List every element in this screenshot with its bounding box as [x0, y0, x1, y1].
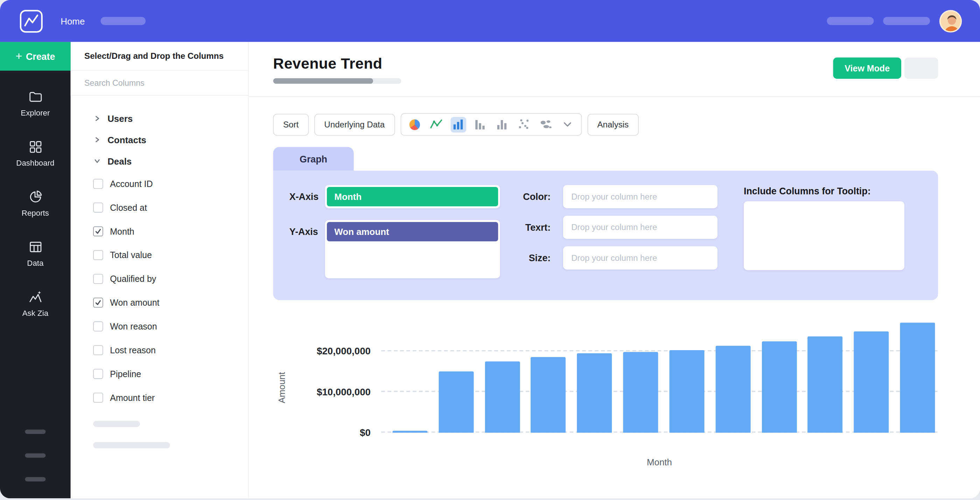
color-dropzone[interactable]	[563, 185, 718, 209]
tree-field-label: Won amount	[110, 298, 159, 308]
tree-field-label: Total value	[110, 250, 152, 260]
nav-right-placeholder-2	[883, 17, 930, 25]
tree-field[interactable]: Total value	[71, 244, 248, 267]
search-columns-input[interactable]	[71, 71, 248, 96]
scatter-icon[interactable]	[516, 116, 531, 132]
tree-group-contacts[interactable]: Contacts	[71, 129, 248, 151]
chart-bar[interactable]	[762, 341, 797, 433]
checkbox-unchecked[interactable]	[93, 250, 103, 260]
topbar: Home	[0, 0, 980, 42]
text-dropzone[interactable]	[563, 216, 718, 239]
tooltip-columns-dropzone[interactable]	[744, 201, 904, 270]
chevron-right-icon[interactable]	[94, 114, 101, 124]
chart-bar[interactable]	[669, 350, 704, 433]
sort-button[interactable]: Sort	[273, 113, 309, 135]
checkbox-unchecked[interactable]	[93, 179, 103, 189]
chart-bar[interactable]	[439, 371, 474, 433]
main-area: Revenue Trend View Mode Sort Underlying …	[249, 42, 980, 498]
checkbox-checked[interactable]	[93, 298, 103, 308]
line-chart-icon[interactable]	[428, 116, 444, 132]
zia-icon	[28, 289, 43, 304]
chart-bar[interactable]	[577, 353, 612, 433]
chart-toolbar: Sort Underlying Data Analysis	[273, 113, 638, 135]
tree-field[interactable]: Won reason	[71, 314, 248, 338]
chart-bar[interactable]	[531, 357, 566, 433]
checkbox-unchecked[interactable]	[93, 345, 103, 355]
chevron-down-icon[interactable]	[94, 156, 101, 166]
create-button[interactable]: + Create	[0, 42, 71, 71]
sidebar-item-dashboard[interactable]: Dashboard	[0, 128, 71, 178]
color-label: Color:	[479, 191, 551, 202]
chart-bar[interactable]	[392, 431, 427, 432]
tab-graph[interactable]: Graph	[273, 147, 353, 171]
pie-outline-icon	[28, 189, 43, 204]
chart-bar[interactable]	[808, 336, 843, 433]
x-axis-label: X-Axis	[290, 191, 318, 202]
title-underline-skeleton	[273, 78, 401, 84]
tree-field[interactable]: Won amount	[71, 291, 248, 314]
tree-field[interactable]: Closed at	[71, 196, 248, 220]
checkbox-unchecked[interactable]	[93, 393, 103, 403]
checkbox-unchecked[interactable]	[93, 203, 103, 213]
chart-bars	[392, 322, 935, 432]
tree-group-users[interactable]: Users	[71, 108, 248, 129]
table-icon	[28, 239, 43, 254]
checkbox-checked[interactable]	[93, 226, 103, 236]
size-dropzone[interactable]	[563, 247, 718, 270]
user-avatar[interactable]	[939, 10, 962, 32]
chart-bar[interactable]	[900, 322, 935, 432]
column-chart-2-icon[interactable]	[472, 116, 488, 132]
sidebar-item-label: Data	[27, 258, 43, 267]
checkbox-unchecked[interactable]	[93, 369, 103, 379]
tree-field-label: Month	[110, 226, 134, 236]
tree-group-deals[interactable]: Deals	[71, 151, 248, 172]
sidebar: + Create Explorer Dashboard Reports Data…	[0, 42, 71, 498]
app-logo-icon[interactable]	[19, 8, 44, 33]
tree-field[interactable]: Month	[71, 220, 248, 244]
y-axis-dropzone[interactable]: Won amount	[325, 220, 500, 279]
sidebar-item-reports[interactable]: Reports	[0, 178, 71, 228]
tree-field[interactable]: Amount tier	[71, 386, 248, 410]
tree-field-label: Qualified by	[110, 274, 156, 284]
create-button-label: Create	[26, 51, 55, 62]
x-axis-title: Month	[647, 457, 672, 467]
sidebar-item-data[interactable]: Data	[0, 228, 71, 279]
tree-field[interactable]: Account ID	[71, 172, 248, 196]
tree-field[interactable]: Lost reason	[71, 338, 248, 362]
pie-chart-icon[interactable]	[407, 116, 422, 132]
tree-field-label: Account ID	[110, 179, 153, 189]
checkbox-unchecked[interactable]	[93, 322, 103, 331]
nav-home[interactable]: Home	[60, 16, 85, 26]
report-header: Revenue Trend View Mode	[249, 42, 980, 97]
column-chart-3-icon[interactable]	[494, 116, 510, 132]
checkbox-unchecked[interactable]	[93, 274, 103, 284]
y-axis-label: Y-Axis	[290, 226, 318, 237]
tree-group-label: Contacts	[107, 135, 146, 145]
chart-bar[interactable]	[854, 331, 889, 432]
folder-icon	[28, 89, 43, 104]
x-axis-pill[interactable]: Month	[327, 187, 498, 206]
plus-icon: +	[15, 51, 22, 62]
view-mode-button[interactable]: View Mode	[833, 57, 901, 79]
bar-chart-icon[interactable]	[450, 116, 466, 132]
chart-bar[interactable]	[623, 352, 658, 432]
chart-bar[interactable]	[715, 346, 750, 432]
tree-field[interactable]: Qualified by	[71, 267, 248, 291]
sidebar-item-ask-zia[interactable]: Ask Zia	[0, 279, 71, 328]
tooltip-columns-label: Include Columns for Tooltip:	[744, 186, 871, 196]
page-title: Revenue Trend	[273, 55, 382, 72]
x-axis-dropzone[interactable]: Month	[325, 185, 500, 209]
analysis-button[interactable]: Analysis	[587, 113, 639, 135]
chart-type-group	[400, 113, 582, 135]
y-axis-pill[interactable]: Won amount	[327, 222, 498, 241]
chevron-down-icon[interactable]	[560, 116, 575, 132]
columns-panel: Select/Drag and Drop the Columns Users C…	[71, 42, 249, 498]
map-icon[interactable]	[538, 116, 554, 132]
tree-field[interactable]: Pipeline	[71, 362, 248, 386]
sidebar-item-explorer[interactable]: Explorer	[0, 78, 71, 128]
sidebar-skeleton	[25, 430, 46, 481]
chart-bar[interactable]	[485, 361, 520, 433]
underlying-data-button[interactable]: Underlying Data	[314, 113, 395, 135]
chevron-right-icon[interactable]	[94, 135, 101, 145]
header-placeholder-button[interactable]	[904, 57, 938, 79]
